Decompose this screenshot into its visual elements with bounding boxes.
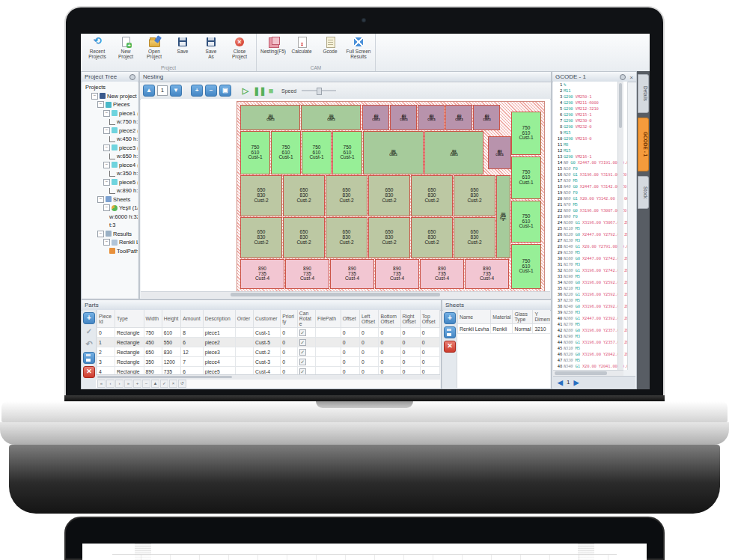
nested-piece[interactable]: 450550Cust-5 bbox=[488, 136, 511, 169]
nested-piece[interactable]: 750610Cust-1 bbox=[271, 131, 301, 174]
side-tab-gcode-1[interactable]: GCODE - 1 bbox=[638, 118, 649, 171]
recent-projects-button[interactable]: ⟲RecentProjects bbox=[83, 35, 112, 59]
nesting-hscrollbar[interactable] bbox=[141, 291, 550, 298]
navigator-check-icon[interactable]: ✓ bbox=[160, 380, 168, 388]
nested-piece[interactable]: 650830Cust-2 bbox=[240, 175, 282, 216]
pause-icon[interactable]: ❚❚ bbox=[253, 85, 263, 96]
tree-expander-icon[interactable]: − bbox=[103, 110, 110, 117]
tree-node[interactable]: −Results bbox=[84, 230, 138, 239]
nested-piece[interactable]: 650830Cust-2 bbox=[368, 175, 410, 216]
nested-piece[interactable]: 650830Cust-2 bbox=[454, 217, 495, 258]
column-header[interactable]: Type bbox=[115, 310, 144, 328]
pin-icon[interactable] bbox=[620, 74, 626, 80]
save-parts-button[interactable] bbox=[83, 352, 95, 364]
tree-node[interactable]: −piece1 (8/8) bbox=[84, 109, 138, 118]
calculate-button[interactable]: Calculate bbox=[287, 35, 316, 59]
tree-node[interactable]: Projects bbox=[84, 83, 138, 92]
parts-table-row[interactable]: 1Rectangle4505506piece2Cust-50✓00000 bbox=[97, 338, 440, 347]
sheets-table-row[interactable]: Renkli LevhaRenkliNormal32106000 bbox=[458, 324, 551, 334]
can-rotate-checkbox[interactable]: ✓ bbox=[299, 359, 306, 365]
tree-node[interactable]: w:750 h:610 bbox=[84, 118, 138, 127]
nested-piece[interactable]: 750610Cust-1 bbox=[511, 156, 541, 199]
column-header[interactable]: Name bbox=[458, 310, 491, 324]
nested-piece[interactable]: 750610Cust-1 bbox=[240, 131, 270, 174]
nested-piece[interactable]: 890735Cust-4 bbox=[420, 259, 464, 289]
nested-piece[interactable]: 650830Cust-2 bbox=[368, 217, 410, 258]
nested-piece[interactable]: 3501200Cust-3 bbox=[240, 105, 300, 130]
gcode-editor[interactable]: 1% 2M11 3G290 VM250-1 4G290 VM211-6000 5… bbox=[553, 82, 628, 370]
nested-piece[interactable]: 650830Cust-2 bbox=[326, 217, 367, 258]
column-header[interactable]: Width bbox=[144, 310, 162, 328]
column-header[interactable]: Bottom Offset bbox=[379, 310, 400, 328]
sheets-grid[interactable]: NameMaterialGlass TypeY DimensionX Dimen… bbox=[457, 310, 550, 388]
speed-slider-thumb[interactable] bbox=[317, 88, 322, 95]
undo-icon[interactable]: ↶ bbox=[84, 339, 94, 350]
column-header[interactable]: Right Offset bbox=[400, 310, 420, 328]
tree-node[interactable]: −Sheets bbox=[84, 195, 138, 204]
nested-piece[interactable]: 450550Cust-5 bbox=[473, 105, 500, 130]
can-rotate-checkbox[interactable]: ✓ bbox=[299, 329, 306, 336]
nested-piece[interactable]: 650830Cust-2 bbox=[283, 175, 325, 216]
tree-node[interactable]: −piece3 (12/12) bbox=[84, 144, 138, 153]
zoom-in-icon[interactable]: + bbox=[191, 85, 203, 97]
column-header[interactable]: Height bbox=[162, 310, 181, 328]
tree-expander-icon[interactable]: − bbox=[97, 196, 104, 203]
tree-expander-icon[interactable]: − bbox=[103, 162, 110, 168]
open-project-button[interactable]: OpenProject bbox=[140, 35, 168, 59]
nesting-f5-button[interactable]: Nesting(F5) bbox=[259, 35, 287, 59]
save-button[interactable]: Save bbox=[168, 35, 197, 59]
tree-expander-icon[interactable]: − bbox=[103, 239, 110, 246]
nested-piece[interactable]: 650830Cust-2 bbox=[411, 217, 453, 258]
save-as-button[interactable]: SaveAs bbox=[197, 35, 225, 59]
tree-node[interactable]: −New project bbox=[84, 92, 138, 101]
nested-piece[interactable]: 450550Cust-5 bbox=[418, 105, 445, 130]
nested-piece[interactable]: 650830Cust-2 bbox=[326, 175, 367, 216]
nested-piece[interactable]: 650830Cust-2 bbox=[240, 217, 282, 258]
add-part-button[interactable]: + bbox=[83, 312, 95, 324]
nested-piece[interactable]: 450550Cust-5 bbox=[445, 105, 472, 130]
pin-icon[interactable] bbox=[129, 74, 135, 80]
sheet-down-button[interactable]: ▼ bbox=[170, 85, 182, 97]
nested-piece[interactable]: 890735Cust-4 bbox=[330, 259, 374, 289]
column-header[interactable]: Material bbox=[491, 310, 513, 324]
can-rotate-checkbox[interactable]: ✓ bbox=[299, 339, 306, 346]
tree-expander-icon[interactable]: − bbox=[103, 127, 110, 134]
nested-sheet[interactable]: 3501200Cust-33501200Cust-3450550Cust-545… bbox=[237, 101, 545, 292]
parts-hscrollbar[interactable] bbox=[96, 374, 440, 380]
navigator-plus-icon[interactable]: + bbox=[133, 380, 141, 388]
side-tab-details[interactable]: Details bbox=[638, 74, 649, 113]
tree-node[interactable]: −piece4 (7/7) bbox=[84, 161, 138, 170]
close-project-button[interactable]: ×CloseProject bbox=[225, 35, 254, 59]
column-header[interactable]: Top Offset bbox=[420, 310, 439, 328]
navigator-last-icon[interactable]: » bbox=[124, 380, 132, 388]
navigator-first-icon[interactable]: « bbox=[97, 380, 106, 388]
add-sheet-button[interactable]: + bbox=[444, 312, 456, 324]
tree-node[interactable]: −Yeşil (1/5) bbox=[84, 204, 138, 213]
parts-table-row[interactable]: 2Rectangle65083012piece3Cust-20✓00000 bbox=[97, 347, 440, 357]
close-icon[interactable]: × bbox=[629, 73, 633, 82]
column-header[interactable]: Amount bbox=[181, 310, 203, 328]
pager-prev-icon[interactable]: ◀ bbox=[558, 379, 563, 386]
can-rotate-checkbox[interactable]: ✓ bbox=[299, 349, 306, 356]
nested-piece[interactable]: 650830Cust-2 bbox=[283, 217, 325, 258]
side-tab-stock[interactable]: Stock bbox=[638, 176, 649, 209]
nested-piece[interactable]: 890735Cust-4 bbox=[465, 259, 509, 289]
new-project-button[interactable]: +NewProject bbox=[112, 35, 140, 59]
parts-table-row[interactable]: 3Rectangle35012007piece4Cust-30✓00000 bbox=[97, 357, 440, 367]
tree-node[interactable]: t:3 bbox=[84, 221, 138, 230]
delete-sheet-button[interactable]: ✕ bbox=[444, 341, 456, 353]
column-header[interactable]: FilePath bbox=[316, 310, 341, 328]
speed-slider[interactable] bbox=[302, 90, 336, 91]
sheet-up-button[interactable]: ▲ bbox=[143, 85, 155, 97]
column-header[interactable]: Glass Type bbox=[513, 310, 533, 324]
tree-node[interactable]: −piece5 (6/6) bbox=[84, 178, 138, 187]
navigator-up-icon[interactable]: ▲ bbox=[151, 380, 159, 388]
tree-node[interactable]: w:450 h:550 bbox=[84, 135, 138, 144]
column-header[interactable]: Priori ty bbox=[281, 310, 298, 328]
tree-expander-icon[interactable]: − bbox=[103, 204, 110, 211]
navigator-minus-icon[interactable]: − bbox=[142, 380, 150, 388]
parts-table-row[interactable]: 0Rectangle7506108piece1Cust-10✓00000 bbox=[97, 328, 440, 338]
navigator-prev-icon[interactable]: ‹ bbox=[106, 380, 115, 388]
nested-piece[interactable]: 890735Cust-4 bbox=[240, 259, 284, 289]
confirm-icon[interactable]: ✓ bbox=[84, 326, 94, 337]
